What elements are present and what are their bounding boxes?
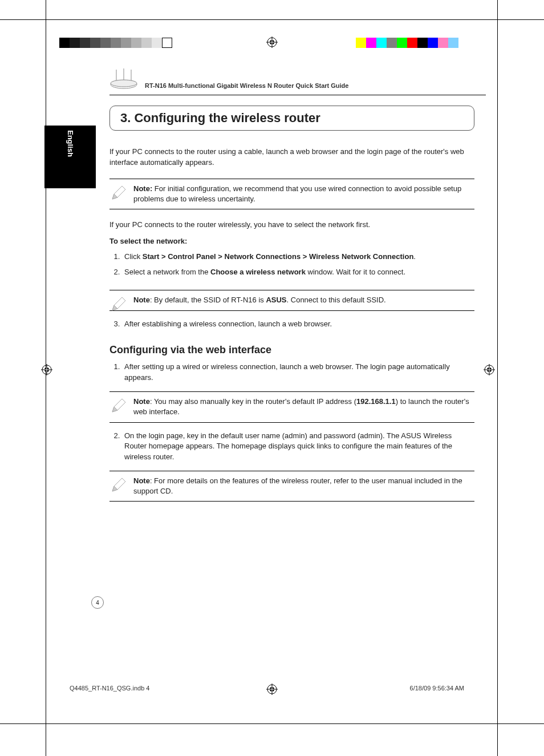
page-frame: English RT-N16 Multi-functional Gigabit … <box>58 57 486 699</box>
wireless-paragraph: If your PC connects to the router wirele… <box>109 220 474 231</box>
crop-mark-right <box>497 0 498 756</box>
registration-color <box>356 38 458 48</box>
pencil-icon <box>111 477 127 493</box>
language-tab-label: English <box>66 130 75 157</box>
step-3: After establishing a wireless connection… <box>122 319 474 330</box>
footer-timestamp: 6/18/09 9:56:34 AM <box>410 685 464 692</box>
router-icon <box>109 68 138 89</box>
note-4-text: : For more details on the features of th… <box>133 476 462 495</box>
step-1-post: . <box>413 252 416 261</box>
step-2-post: window. Wait for it to connect. <box>306 268 405 276</box>
section-heading: 3. Configuring the wireless router <box>120 111 464 126</box>
crop-mark-bottom <box>0 723 544 724</box>
svg-point-28 <box>111 80 137 87</box>
step-2-bold: Choose a wireless network <box>210 268 306 276</box>
note-3: Note: You may also manually key in the r… <box>109 391 474 422</box>
step-1: Click Start > Control Panel > Network Co… <box>122 252 474 262</box>
crop-mark-top <box>0 19 544 20</box>
step-1-pre: Click <box>124 252 143 261</box>
language-tab: English <box>44 126 96 188</box>
web-step-2: On the login page, key in the default us… <box>122 431 474 463</box>
note-3-bold: 192.168.1.1 <box>356 397 396 406</box>
pencil-icon <box>111 185 127 201</box>
page-number: 4 <box>96 600 99 606</box>
note-3-pre: : You may also manually key in the route… <box>150 397 356 406</box>
note-3-label: Note <box>133 397 150 406</box>
registration-grayscale <box>59 38 172 48</box>
step-2: Select a network from the Choose a wirel… <box>122 267 474 278</box>
registration-target-top <box>266 37 278 48</box>
select-network-steps-cont: After establishing a wireless connection… <box>109 319 474 330</box>
step-2-pre: Select a network from the <box>124 268 210 276</box>
doc-title: RT-N16 Multi-functional Gigabit Wireless… <box>145 82 348 89</box>
pencil-icon <box>111 296 127 312</box>
web-steps: After setting up a wired or wireless con… <box>109 362 474 383</box>
footer: Q4485_RT-N16_QSG.indb 4 6/18/09 9:56:34 … <box>70 685 464 692</box>
note-2-post: . Connect to this default SSID. <box>287 296 386 304</box>
note-4-label: Note <box>133 476 150 485</box>
note-2-bold: ASUS <box>266 296 286 304</box>
section-heading-box: 3. Configuring the wireless router <box>109 106 474 131</box>
note-1-text: For initial configuration, we recommend … <box>133 184 461 203</box>
web-step-1: After setting up a wired or wireless con… <box>122 362 474 383</box>
select-network-steps: Click Start > Control Panel > Network Co… <box>109 252 474 278</box>
pencil-icon <box>111 398 127 414</box>
note-2-pre: : By default, the SSID of RT-N16 is <box>150 296 266 304</box>
step-1-bold: Start > Control Panel > Network Connecti… <box>143 252 414 261</box>
note-1: Note: For initial configuration, we reco… <box>109 179 474 209</box>
page-number-badge: 4 <box>91 596 104 609</box>
note-2-label: Note <box>133 296 150 304</box>
note-2: Note: By default, the SSID of RT-N16 is … <box>109 290 474 310</box>
web-steps-cont: On the login page, key in the default us… <box>109 431 474 463</box>
select-network-heading: To select the network: <box>109 236 474 247</box>
intro-paragraph: If your PC connects to the router using … <box>109 147 474 168</box>
crop-mark-left <box>46 0 46 756</box>
note-1-label: Note: <box>133 184 152 193</box>
subheading-web-interface: Configuring via the web interface <box>109 344 474 356</box>
registration-target-left <box>41 364 52 375</box>
footer-file: Q4485_RT-N16_QSG.indb 4 <box>70 685 149 692</box>
note-4: Note: For more details on the features o… <box>109 471 474 502</box>
